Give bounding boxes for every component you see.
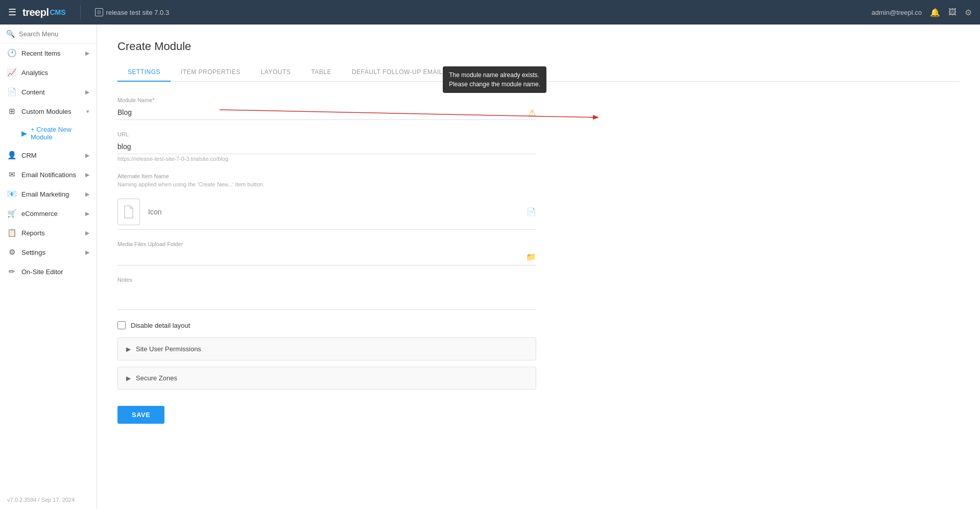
settings-label: Settings [21, 249, 45, 256]
tab-item-properties[interactable]: ITEM PROPERTIES [171, 63, 251, 82]
error-tooltip: The module name already exists. Please c… [443, 66, 546, 93]
email-notifications-label: Email Notifications [21, 171, 76, 179]
ecommerce-arrow-icon: ▶ [85, 210, 89, 217]
icon-field: 📄 [117, 199, 536, 230]
form-section: The module name already exists. Please c… [117, 97, 536, 424]
media-folder-input[interactable] [117, 253, 526, 261]
module-name-input[interactable] [117, 105, 536, 120]
secure-zones-label: Secure Zones [136, 374, 177, 382]
icon-upload-button[interactable]: 📄 [527, 207, 536, 216]
search-box[interactable]: 🔍 [0, 25, 97, 43]
notes-field [117, 285, 536, 310]
main-content: Create Module SETTINGS ITEM PROPERTIES L… [97, 25, 980, 509]
hamburger-icon[interactable]: ☰ [8, 7, 16, 18]
alternate-item-name-group: Alternate Item Name Naming applied when … [117, 173, 536, 187]
email-marketing-label: Email Marketing [21, 190, 69, 198]
alternate-item-name-label: Alternate Item Name [117, 173, 536, 179]
logo-text: treepl [22, 7, 49, 18]
url-input[interactable] [117, 139, 536, 154]
custom-modules-icon: ⊞ [7, 107, 16, 116]
module-name-label: Module Name* [117, 97, 536, 103]
sidebar: 🔍 🕐 Recent Items ▶ 📈 Analytics 📄 Content… [0, 25, 97, 509]
crm-icon: 👤 [7, 151, 16, 160]
content-icon: 📄 [7, 87, 16, 96]
url-hint: https://release-test-site-7-0-3.trialsit… [117, 156, 536, 162]
save-button[interactable]: SAVE [117, 406, 164, 424]
settings-icon[interactable]: ⚙ [965, 8, 972, 17]
site-user-permissions-accordion[interactable]: ▶ Site User Permissions [117, 337, 536, 360]
site-user-permissions-header[interactable]: ▶ Site User Permissions [118, 338, 536, 360]
create-module-plus-icon: ▶ [21, 130, 27, 137]
sidebar-item-recent-items[interactable]: 🕐 Recent Items ▶ [0, 43, 97, 63]
secure-zones-arrow-icon: ▶ [126, 375, 131, 382]
custom-modules-label: Custom Modules [21, 108, 71, 115]
version-text: v7.0.2.3594 / Sep 17, 2024 [0, 491, 97, 509]
site-badge: ⊡ release test site 7.0.3 [95, 8, 170, 16]
secure-zones-accordion[interactable]: ▶ Secure Zones [117, 367, 536, 390]
sidebar-item-content[interactable]: 📄 Content ▶ [0, 82, 97, 102]
sidebar-item-create-new-module[interactable]: ▶ + Create New Module [0, 121, 97, 146]
tab-settings[interactable]: SETTINGS [117, 63, 171, 82]
site-name: release test site 7.0.3 [106, 9, 170, 16]
disable-detail-layout-row: Disable detail layout [117, 321, 536, 329]
admin-email: admin@treepl.co [872, 9, 922, 16]
content-label: Content [21, 88, 45, 96]
sidebar-item-on-site-editor[interactable]: ✏ On-Site Editor [0, 262, 97, 281]
logo: treeplCMS [22, 7, 66, 18]
disable-detail-layout-label: Disable detail layout [131, 322, 190, 329]
crm-arrow-icon: ▶ [85, 152, 89, 159]
sidebar-item-email-notifications[interactable]: ✉ Email Notifications ▶ [0, 165, 97, 184]
icon-preview [117, 199, 140, 225]
alternate-item-name-hint: Naming applied when using the 'Create Ne… [117, 181, 536, 187]
media-folder-group: Media Files Upload Folder 📁 [117, 241, 536, 265]
topbar-left: ☰ treeplCMS ⊡ release test site 7.0.3 [8, 5, 169, 19]
icon-group: 📄 [117, 199, 536, 230]
topbar: ☰ treeplCMS ⊡ release test site 7.0.3 ad… [0, 0, 980, 25]
image-icon[interactable]: 🖼 [948, 8, 957, 17]
icon-input[interactable] [148, 208, 518, 216]
sidebar-item-settings[interactable]: ⚙ Settings ▶ [0, 243, 97, 262]
analytics-icon: 📈 [7, 68, 16, 77]
crm-label: CRM [21, 152, 37, 159]
analytics-label: Analytics [21, 69, 48, 77]
reports-label: Reports [21, 229, 45, 237]
notifications-icon[interactable]: 🔔 [930, 8, 940, 17]
layout: 🔍 🕐 Recent Items ▶ 📈 Analytics 📄 Content… [0, 25, 980, 509]
folder-browse-button[interactable]: 📁 [526, 252, 536, 262]
search-icon: 🔍 [6, 30, 15, 38]
url-label: URL [117, 131, 536, 137]
site-user-permissions-label: Site User Permissions [136, 345, 201, 353]
topbar-right: admin@treepl.co 🔔 🖼 ⚙ [872, 8, 972, 17]
page-title: Create Module [117, 40, 960, 53]
sidebar-item-custom-modules[interactable]: ⊞ Custom Modules ▾ [0, 102, 97, 121]
warning-icon: ⚠ [528, 107, 536, 118]
recent-items-icon: 🕐 [7, 49, 16, 58]
notes-input[interactable] [117, 288, 536, 304]
secure-zones-header[interactable]: ▶ Secure Zones [118, 367, 536, 389]
create-new-module-label: + Create New Module [31, 126, 89, 141]
url-group: URL https://release-test-site-7-0-3.tria… [117, 131, 536, 162]
reports-arrow-icon: ▶ [85, 230, 89, 236]
sidebar-item-reports[interactable]: 📋 Reports ▶ [0, 223, 97, 243]
disable-detail-layout-checkbox[interactable] [117, 321, 126, 329]
on-site-editor-label: On-Site Editor [21, 268, 63, 276]
sidebar-item-ecommerce[interactable]: 🛒 eCommerce ▶ [0, 204, 97, 223]
ecommerce-label: eCommerce [21, 210, 58, 217]
custom-modules-arrow-icon: ▾ [86, 108, 89, 115]
settings-arrow-icon: ▶ [85, 249, 89, 256]
reports-icon: 📋 [7, 228, 16, 237]
search-input[interactable] [19, 30, 90, 38]
file-preview-icon [123, 205, 135, 219]
content-arrow-icon: ▶ [85, 89, 89, 95]
topbar-divider [80, 5, 81, 19]
email-marketing-icon: 📧 [7, 189, 16, 199]
settings-nav-icon: ⚙ [7, 248, 16, 257]
tab-table[interactable]: TABLE [301, 63, 342, 82]
sidebar-item-analytics[interactable]: 📈 Analytics [0, 63, 97, 82]
ecommerce-icon: 🛒 [7, 209, 16, 218]
sidebar-item-crm[interactable]: 👤 CRM ▶ [0, 146, 97, 165]
tab-layouts[interactable]: LAYOUTS [251, 63, 301, 82]
sidebar-item-email-marketing[interactable]: 📧 Email Marketing ▶ [0, 184, 97, 204]
tab-default-follow-up-emails[interactable]: DEFAULT FOLLOW-UP EMAILS [342, 63, 458, 82]
recent-items-arrow-icon: ▶ [85, 50, 89, 57]
